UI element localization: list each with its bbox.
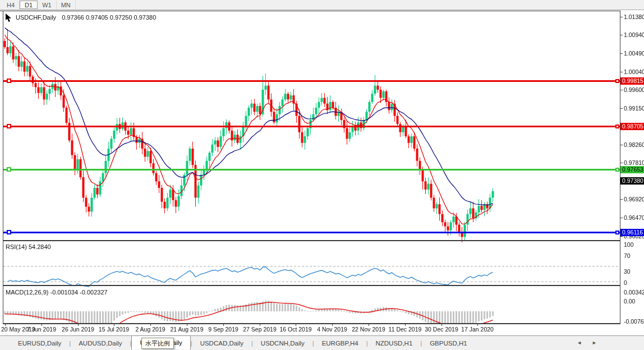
price-tick-label: 1.00940 — [624, 31, 644, 38]
rsi-tick-label: 70 — [624, 252, 631, 259]
price-badge: 0.99815 — [620, 77, 644, 85]
level-axis-marker — [615, 79, 619, 83]
date-label: 4 Nov 2019 — [317, 326, 347, 333]
rsi-macd-separator — [3, 285, 620, 286]
price-tick-label: 0.98260 — [624, 141, 644, 148]
chart-title: USDCHF,Daily0.97366 0.97405 0.97250 0.97… — [16, 14, 156, 21]
axis-tick — [620, 72, 623, 72]
main-price-chart-canvas[interactable] — [3, 22, 620, 251]
chart-left-border — [3, 11, 3, 324]
axis-tick — [620, 90, 623, 90]
date-label: 21 Aug 2019 — [171, 326, 204, 333]
price-tick-label: 0.97810 — [624, 159, 644, 166]
date-label: 16 Oct 2019 — [279, 326, 311, 333]
price-tick-label: 0.96920 — [624, 196, 644, 202]
tab-scroll-left-icon[interactable]: ◄ — [577, 340, 592, 346]
price-tick-label: 0.99150 — [624, 105, 644, 112]
mouse-cursor-icon — [5, 13, 13, 22]
date-label: 26 Jun 2019 — [62, 326, 94, 333]
chart-tab-gbpusd[interactable]: GBPUSD,H1 — [422, 337, 475, 350]
price-badge: 0.98705 — [620, 123, 644, 130]
macd-label: MACD(12,26,9) -0.001034 -0.002327 — [6, 289, 108, 296]
chart-tab-usdcad[interactable]: USDCAD,Daily — [192, 337, 251, 350]
horizontal-level-line[interactable] — [3, 169, 620, 171]
axis-tick — [620, 145, 623, 145]
date-label: 11 Dec 2019 — [389, 326, 422, 333]
rsi-label: RSI(14) 54.2840 — [6, 243, 51, 250]
timeframe-button-d1[interactable]: D1 — [20, 1, 38, 9]
chart-tab-eurgbp[interactable]: EURGBP,H4 — [314, 337, 366, 350]
chart-tab-audusd[interactable]: AUDUSD,Daily — [71, 337, 130, 350]
date-label: 30 Dec 2019 — [425, 326, 458, 333]
tab-scroll-arrows[interactable]: ◄► — [577, 340, 607, 346]
axis-tick — [620, 163, 623, 163]
level-line-handle[interactable] — [7, 124, 11, 128]
mt4-chart-window: H4 D1 W1 MN USDCHF,Daily0.97366 0.97405 … — [0, 0, 644, 350]
axis-tick — [620, 218, 623, 218]
ohlc-values: 0.97366 0.97405 0.97250 0.97380 — [62, 14, 156, 21]
level-axis-marker — [615, 231, 619, 234]
level-axis-marker — [615, 168, 619, 172]
date-label: 15 Jul 2019 — [99, 326, 129, 333]
chart-tab-bar: EURUSD,Daily|AUDUSD,Daily|USDCHF,Daily|U… — [0, 335, 644, 350]
level-line-handle[interactable] — [7, 79, 11, 83]
macd-tick-label: 0.003428 — [624, 289, 644, 296]
horizontal-level-line[interactable] — [3, 80, 620, 82]
axis-tick — [620, 53, 623, 54]
axis-tick — [620, 108, 623, 109]
tab-scroll-right-icon[interactable]: ► — [592, 340, 607, 346]
macd-tick-label: 0.00 — [624, 298, 635, 305]
horizontal-level-line[interactable] — [3, 232, 620, 233]
rsi-tick-label: 0 — [624, 279, 627, 286]
rsi-tick-label: 100 — [624, 241, 634, 248]
level-line-handle[interactable] — [7, 230, 11, 234]
timeframe-button-mn[interactable]: MN — [57, 1, 76, 9]
date-label: 7 Jun 2019 — [27, 326, 56, 333]
price-tick-label: 1.01380 — [624, 13, 644, 20]
horizontal-level-line[interactable] — [3, 126, 620, 127]
date-label: 2 Aug 2019 — [135, 326, 165, 333]
price-tick-label: 0.96470 — [624, 214, 644, 221]
date-label: 9 Sep 2019 — [208, 326, 238, 333]
axis-tick — [620, 17, 623, 17]
tooltip-horizontal-scale: 水平比例 — [141, 338, 174, 349]
price-tick-label: 0.99600 — [624, 86, 644, 93]
chart-tab-nzdusd[interactable]: NZDUSD,H1 — [367, 337, 420, 350]
axis-tick — [620, 236, 623, 237]
price-badge: 0.97380 — [620, 177, 644, 185]
date-label: 27 Sep 2019 — [243, 326, 277, 333]
level-axis-marker — [615, 125, 619, 128]
timeframe-button-w1[interactable]: W1 — [38, 1, 57, 9]
rsi-tick-label: 30 — [624, 268, 631, 275]
level-line-handle[interactable] — [7, 167, 11, 172]
price-badge: 0.96116 — [620, 229, 644, 236]
axis-tick — [620, 35, 623, 35]
chart-area — [0, 11, 644, 335]
chart-top-border — [0, 11, 644, 11]
axis-tick — [620, 199, 623, 200]
symbol-timeframe-label: USDCHF,Daily — [16, 14, 56, 21]
price-badge: 0.97653 — [620, 166, 644, 173]
date-label: 17 Jan 2020 — [461, 326, 494, 333]
price-tick-label: 1.00490 — [624, 50, 644, 57]
macd-tick-label: -0.007615 — [624, 318, 644, 325]
date-label: 22 Nov 2019 — [352, 326, 385, 333]
timeframe-toolbar: H4 D1 W1 MN — [0, 0, 644, 10]
main-rsi-separator — [3, 240, 620, 241]
price-tick-label: 1.00040 — [624, 68, 644, 75]
chart-tab-usdcnh[interactable]: USDCNH,Daily — [253, 337, 312, 350]
chart-tab-eurusd[interactable]: EURUSD,Daily — [10, 337, 69, 350]
timeframe-button-h4[interactable]: H4 — [2, 1, 20, 9]
